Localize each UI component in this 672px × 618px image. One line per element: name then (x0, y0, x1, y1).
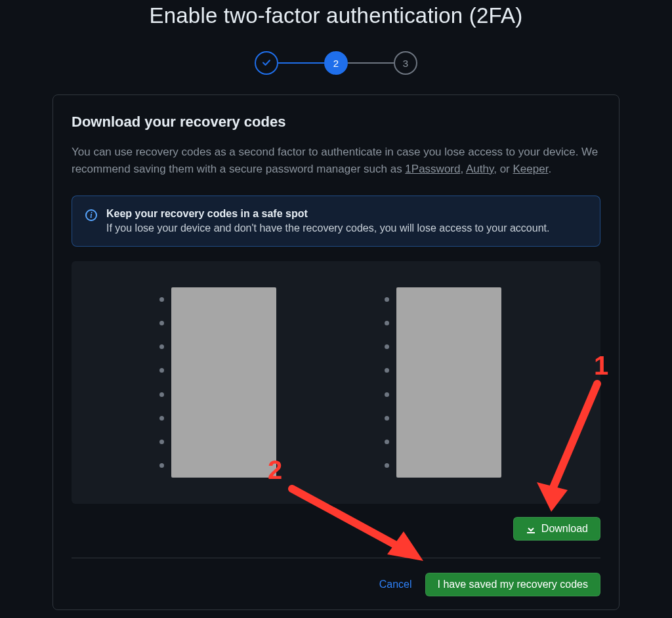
download-label: Download (541, 523, 588, 535)
bullet (159, 368, 164, 373)
link-keeper[interactable]: Keeper (513, 163, 549, 175)
annotation-label-2: 2 (268, 455, 282, 485)
bullet (385, 392, 389, 397)
bullet (159, 440, 164, 444)
link-authy[interactable]: Authy (466, 163, 494, 175)
desc-sep: , or (494, 163, 513, 175)
page-title: Enable two-factor authentication (2FA) (0, 0, 672, 28)
cancel-button[interactable]: Cancel (379, 579, 412, 590)
bullet (385, 463, 389, 468)
desc-sep: , (460, 163, 466, 175)
desc-post: . (548, 163, 551, 175)
link-1password[interactable]: 1Password (405, 163, 460, 175)
bullet (385, 344, 389, 349)
step-2-current: 2 (324, 51, 348, 75)
notice-body: If you lose your device and don't have t… (106, 222, 549, 234)
bullet (159, 297, 164, 302)
divider (72, 558, 600, 558)
bullet (385, 297, 389, 302)
step-1-done (255, 51, 278, 75)
download-button[interactable]: Download (513, 517, 600, 541)
bullet (385, 368, 389, 373)
confirm-label: I have saved my recovery codes (438, 579, 588, 590)
bullet (159, 321, 164, 325)
bullet (385, 321, 389, 325)
bullet (159, 416, 164, 421)
stepper: 2 3 (0, 51, 672, 75)
confirm-saved-button[interactable]: I have saved my recovery codes (425, 573, 600, 596)
bullet (159, 463, 164, 468)
info-icon: i (85, 209, 97, 221)
bullet (385, 440, 389, 444)
notice-title: Keep your recovery codes in a safe spot (106, 208, 549, 220)
annotation-label-1: 1 (594, 351, 608, 381)
check-icon (261, 57, 272, 70)
info-notice: i Keep your recovery codes in a safe spo… (72, 196, 600, 247)
bullet (385, 416, 389, 421)
codes-redacted-block (171, 287, 276, 478)
recovery-codes-card: Download your recovery codes You can use… (52, 94, 620, 610)
bullet (159, 392, 164, 397)
codes-column-1 (171, 287, 276, 478)
download-icon (526, 524, 536, 534)
section-heading: Download your recovery codes (72, 113, 600, 131)
codes-redacted-block (396, 287, 501, 478)
step-3-upcoming: 3 (394, 51, 417, 75)
step-line-2 (348, 62, 394, 64)
bullet (159, 344, 164, 349)
footer-actions: Cancel I have saved my recovery codes (72, 573, 600, 596)
step-line-1 (278, 62, 324, 64)
codes-column-2 (396, 287, 501, 478)
section-description: You can use recovery codes as a second f… (72, 144, 600, 177)
recovery-codes-area (72, 261, 600, 504)
